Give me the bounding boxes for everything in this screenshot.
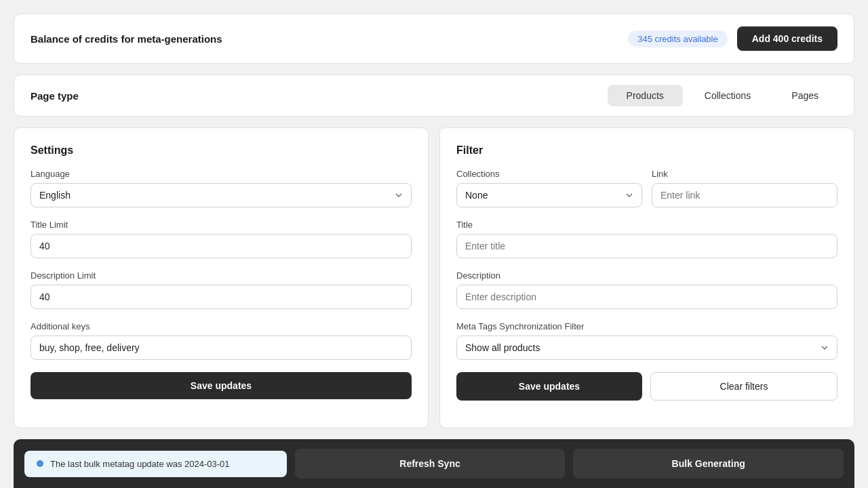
filter-actions: Save updates Clear filters [456,372,837,401]
settings-title: Settings [31,144,412,157]
description-filter-input[interactable] [456,285,837,309]
filter-save-button[interactable]: Save updates [456,372,642,401]
description-limit-field-group: Description Limit [31,270,412,309]
page-type-bar: Page type Products Collections Pages [14,75,854,117]
title-limit-label: Title Limit [31,220,412,230]
page-type-tabs: Products Collections Pages [608,85,837,106]
credits-banner-right: 345 credits available Add 400 credits [628,26,837,51]
add-credits-button[interactable]: Add 400 credits [737,26,837,51]
language-label: Language [31,169,412,179]
settings-save-button[interactable]: Save updates [31,372,412,399]
clear-filters-button[interactable]: Clear filters [650,372,837,401]
collections-field-group: Collections None Summer Collection Winte… [456,169,642,207]
meta-tags-field-group: Meta Tags Synchronization Filter Show al… [456,321,837,360]
page-type-label: Page type [31,90,79,102]
link-input[interactable] [652,183,837,207]
description-limit-input[interactable] [31,285,412,309]
meta-tags-select[interactable]: Show all products Show synced products S… [456,336,837,360]
collections-select[interactable]: None Summer Collection Winter Collection [456,183,642,207]
status-dot-icon [37,460,43,467]
language-select[interactable]: English French Spanish German [31,183,412,207]
tab-products[interactable]: Products [608,85,683,106]
credits-banner: Balance of credits for meta-generations … [14,14,854,64]
meta-tags-label: Meta Tags Synchronization Filter [456,321,837,331]
filter-panel: Filter Collections None Summer Collectio… [439,127,854,428]
title-limit-field-group: Title Limit [31,220,412,258]
link-label: Link [652,169,837,179]
additional-keys-label: Additional keys [31,321,412,331]
description-filter-label: Description [456,270,837,281]
title-limit-input[interactable] [31,234,412,258]
main-panels: Settings Language English French Spanish… [14,127,854,428]
additional-keys-input[interactable] [31,336,412,360]
settings-panel: Settings Language English French Spanish… [14,127,429,428]
credits-banner-title: Balance of credits for meta-generations [31,33,222,45]
title-filter-input[interactable] [456,234,837,258]
collections-link-row: Collections None Summer Collection Winte… [456,169,837,207]
collections-label: Collections [456,169,642,179]
bulk-generating-button[interactable]: Bulk Generating [573,449,844,479]
status-pill: The last bulk metatag update was 2024-03… [24,451,287,477]
tab-pages[interactable]: Pages [772,85,837,106]
title-field-group: Title [456,220,837,258]
tab-collections[interactable]: Collections [686,85,770,106]
bottom-bar: The last bulk metatag update was 2024-03… [14,439,854,488]
link-field-group: Link [652,169,837,207]
description-limit-label: Description Limit [31,270,412,281]
title-filter-label: Title [456,220,837,230]
credits-available-badge: 345 credits available [628,30,728,47]
language-field-group: Language English French Spanish German [31,169,412,207]
refresh-sync-button[interactable]: Refresh Sync [295,449,566,479]
filter-title: Filter [456,144,837,157]
status-text: The last bulk metatag update was 2024-03… [50,459,230,469]
description-field-group: Description [456,270,837,309]
additional-keys-field-group: Additional keys [31,321,412,360]
